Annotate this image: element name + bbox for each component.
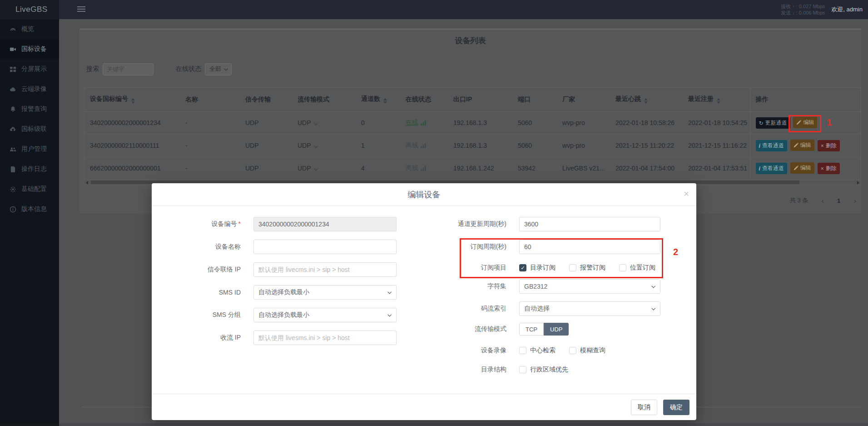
stream-mode-dropdown[interactable]: UDP (292, 134, 356, 157)
sort-icon (131, 98, 135, 104)
admin-region-priority-label: 行政区域优先 (530, 366, 568, 374)
sms-group-select[interactable]: 自动选择负载最小 (253, 308, 397, 322)
center-search-checkbox[interactable] (519, 347, 526, 354)
bottom-strip-main (59, 423, 868, 426)
cancel-button[interactable]: 取消 (631, 400, 657, 415)
status-offline: 离线 (406, 164, 427, 172)
edit-device-button[interactable]: 编辑 (790, 140, 814, 151)
device-name-label: 设备名称 (165, 243, 253, 251)
sidebar-item-gb-cascade[interactable]: 国标级联 (0, 119, 59, 139)
sort-icon (383, 98, 387, 104)
tcp-option[interactable]: TCP (519, 323, 544, 336)
device-id-field (253, 217, 397, 231)
sidebar-item-overview[interactable]: 概览 (0, 19, 59, 39)
scroll-right-icon[interactable] (857, 181, 859, 185)
alarm-subscribe-checkbox[interactable] (569, 264, 576, 271)
sms-id-select[interactable]: 自动选择负载最小 (253, 285, 397, 300)
close-icon[interactable]: × (684, 189, 689, 199)
welcome-user[interactable]: 欢迎, admin (831, 5, 864, 14)
cloud-upload-icon (10, 126, 16, 133)
sidebar-item-label: 国标设备 (21, 45, 47, 53)
info-icon (10, 206, 16, 213)
sidebar-item-basic-config[interactable]: 基础配置 (0, 179, 59, 199)
chevron-down-icon (314, 144, 317, 148)
navbar-right: 接收 ↑ : 0.027 Mbps 发送 ↓ : 0.006 Mbps 欢迎, … (781, 0, 864, 19)
edit-device-button[interactable]: 编辑 (793, 117, 817, 128)
chevron-down-icon (314, 167, 317, 170)
gears-icon (10, 186, 16, 193)
ok-button[interactable]: 确定 (663, 400, 689, 415)
sidebar-item-cloud-record[interactable]: 云端录像 (0, 79, 59, 99)
file-icon (10, 166, 16, 173)
refresh-channels-button[interactable]: ↻更新通道 (756, 117, 790, 129)
subscribe-period-label: 订阅周期(秒) (406, 243, 519, 251)
device-name-field[interactable] (253, 240, 397, 254)
table-row: 34020000002000001234 - UDP UDP 0 在线 192.… (84, 111, 861, 134)
col-actions: 操作 (750, 88, 861, 111)
device-table: 设备国标编号 名称 信令传输 流传输模式 通道数 在线状态 出口IP 端口 厂家… (84, 87, 861, 185)
catalog-subscribe-checkbox[interactable]: ✓ (519, 264, 526, 271)
receive-rate: 接收 ↑ : 0.027 Mbps (781, 3, 825, 10)
admin-region-priority-checkbox[interactable] (519, 366, 526, 373)
sidebar-item-version-info[interactable]: 版本信息 (0, 199, 59, 219)
modal-footer: 取消 确定 (152, 394, 696, 420)
fuzzy-query-checkbox[interactable] (569, 347, 576, 354)
stream-index-select[interactable]: 自动选择 (519, 301, 660, 316)
top-navbar: 接收 ↑ : 0.027 Mbps 发送 ↓ : 0.006 Mbps 欢迎, … (59, 0, 868, 19)
col-online-status: 在线状态 (400, 88, 448, 111)
gauge-icon (10, 26, 16, 33)
stream-mode-label: 流传输模式 (406, 325, 519, 333)
sidebar: 概览 国标设备 分屏展示 云端录像 报警查询 国标级联 用户管理 操作日志 (0, 19, 59, 426)
menu-toggle-icon[interactable] (77, 6, 85, 13)
sidebar-item-gb-devices[interactable]: 国标设备 (0, 39, 59, 59)
sidebar-item-split-screen[interactable]: 分屏展示 (0, 59, 59, 79)
info-icon: i (759, 165, 760, 172)
subscribe-period-field[interactable] (519, 240, 660, 254)
video-camera-icon (10, 46, 16, 53)
stream-mode-dropdown[interactable]: UDP (292, 157, 356, 180)
position-subscribe-label: 位置订阅 (630, 264, 655, 272)
page-number[interactable]: 1 (837, 197, 840, 204)
edit-device-button[interactable]: 编辑 (790, 162, 814, 174)
col-name: 名称 (180, 88, 240, 111)
catalog-subscribe-label: 目录订阅 (530, 264, 556, 272)
sidebar-item-operation-log[interactable]: 操作日志 (0, 159, 59, 179)
channel-refresh-label: 通道更新周期(秒) (406, 220, 519, 228)
udp-option[interactable]: UDP (544, 323, 569, 336)
delete-device-button[interactable]: ×删除 (818, 140, 840, 151)
col-vendor: 厂家 (557, 88, 610, 111)
sidebar-item-label: 版本信息 (21, 205, 47, 213)
position-subscribe-checkbox[interactable] (619, 264, 626, 271)
recv-stream-ip-field[interactable] (253, 331, 397, 345)
channel-refresh-field[interactable] (519, 217, 660, 231)
delete-device-button[interactable]: ×删除 (818, 163, 840, 174)
col-device-id[interactable]: 设备国标编号 (84, 88, 180, 111)
modal-right-column: 通道更新周期(秒) 订阅周期(秒) 订阅项目 ✓目录订阅 报警订阅 位置订阅 (406, 217, 679, 374)
chevron-down-icon (314, 121, 317, 125)
col-heartbeat[interactable]: 最近心跳 (610, 88, 683, 111)
scroll-left-icon[interactable] (86, 181, 88, 185)
charset-select[interactable]: GB2312 (519, 279, 660, 294)
next-page-button[interactable]: › (853, 197, 856, 205)
col-port: 端口 (512, 88, 557, 111)
sort-icon (644, 98, 648, 104)
col-channels[interactable]: 通道数 (356, 88, 400, 111)
col-registered[interactable]: 最近注册 (683, 88, 750, 111)
view-channels-button[interactable]: i查看通道 (756, 140, 787, 151)
status-online-link[interactable]: 在线 (406, 119, 427, 127)
stream-mode-dropdown[interactable]: UDP (292, 111, 356, 134)
online-status-label: 在线状态 (176, 65, 201, 73)
close-icon: × (821, 165, 824, 172)
prev-page-button[interactable]: ‹ (821, 197, 824, 205)
livegbs-app: LiveGBS 接收 ↑ : 0.027 Mbps 发送 ↓ : 0.006 M… (0, 0, 868, 426)
online-status-select[interactable]: 全部 (205, 63, 232, 75)
traffic-chart-icon (421, 165, 427, 171)
close-icon: × (821, 143, 824, 149)
sort-icon (717, 98, 720, 104)
device-record-label: 设备录像 (406, 346, 519, 355)
view-channels-button[interactable]: i查看通道 (756, 163, 787, 174)
sip-contact-ip-field[interactable] (253, 262, 397, 277)
sidebar-item-user-management[interactable]: 用户管理 (0, 139, 59, 159)
sidebar-item-alarm-query[interactable]: 报警查询 (0, 99, 59, 119)
search-input[interactable] (103, 63, 154, 75)
